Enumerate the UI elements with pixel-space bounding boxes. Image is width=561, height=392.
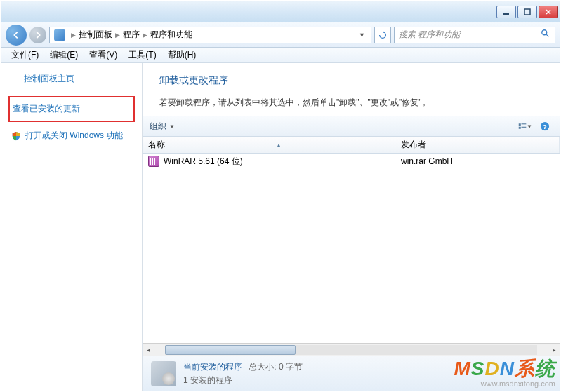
table-body: WinRAR 5.61 (64 位) win.rar GmbH xyxy=(143,154,560,343)
search-icon xyxy=(541,29,550,41)
chevron-right-icon: ▶ xyxy=(143,32,147,39)
page-title: 卸载或更改程序 xyxy=(159,74,543,87)
maximize-button[interactable] xyxy=(517,6,537,18)
horizontal-scrollbar[interactable]: ◂ ▸ xyxy=(143,343,560,356)
svg-point-2 xyxy=(542,30,547,35)
status-count: 1 安装的程序 xyxy=(183,374,303,386)
shield-icon xyxy=(11,131,21,141)
scroll-track[interactable] xyxy=(165,345,537,355)
refresh-button[interactable] xyxy=(374,27,391,43)
navigation-bar: ▶ 控制面板 ▶ 程序 ▶ 程序和功能 ▼ 搜索 程序和功能 xyxy=(1,22,560,48)
table-header: 名称 ▴ 发布者 xyxy=(143,137,560,154)
sort-ascending-icon: ▴ xyxy=(277,142,280,148)
status-bar: 当前安装的程序 总大小: 0 字节 1 安装的程序 xyxy=(143,356,560,391)
window: ▶ 控制面板 ▶ 程序 ▶ 程序和功能 ▼ 搜索 程序和功能 文件(F) 编辑(… xyxy=(1,1,560,391)
svg-rect-1 xyxy=(524,9,530,15)
winrar-icon xyxy=(148,156,159,167)
chevron-down-icon: ▼ xyxy=(527,123,532,130)
table-row[interactable]: WinRAR 5.61 (64 位) win.rar GmbH xyxy=(143,154,560,169)
status-title: 当前安装的程序 xyxy=(183,362,242,372)
status-size-label: 总大小: xyxy=(249,362,276,372)
scroll-thumb[interactable] xyxy=(165,345,296,355)
program-publisher: win.rar GmbH xyxy=(395,156,560,166)
status-size-value: 0 字节 xyxy=(279,362,303,372)
main-area: 控制面板主页 查看已安装的更新 打开或关闭 Windows 功能 卸载或更改程序… xyxy=(1,63,560,391)
chevron-right-icon: ▶ xyxy=(115,32,120,39)
titlebar xyxy=(1,1,560,22)
chevron-right-icon: ▶ xyxy=(71,32,76,39)
svg-rect-5 xyxy=(519,127,521,129)
svg-rect-0 xyxy=(503,13,509,15)
sidebar-windows-features-link[interactable]: 打开或关闭 Windows 功能 xyxy=(8,128,135,144)
breadcrumb-dropdown[interactable]: ▼ xyxy=(355,32,369,39)
chevron-down-icon: ▼ xyxy=(169,123,175,130)
breadcrumb-item[interactable]: 程序 xyxy=(123,29,140,41)
breadcrumb-item[interactable]: 程序和功能 xyxy=(150,29,192,41)
breadcrumb-item[interactable]: 控制面板 xyxy=(79,29,112,41)
menu-file[interactable]: 文件(F) xyxy=(6,49,44,61)
programs-icon xyxy=(151,361,176,386)
back-button[interactable] xyxy=(6,25,27,46)
scroll-right-button[interactable]: ▸ xyxy=(548,344,560,356)
sidebar-installed-updates-link[interactable]: 查看已安装的更新 xyxy=(8,96,135,122)
scroll-left-button[interactable]: ◂ xyxy=(143,344,154,356)
svg-text:?: ? xyxy=(543,123,547,130)
menu-tools[interactable]: 工具(T) xyxy=(123,49,161,61)
menu-bar: 文件(F) 编辑(E) 查看(V) 工具(T) 帮助(H) xyxy=(1,48,560,63)
search-placeholder: 搜索 程序和功能 xyxy=(399,29,460,41)
sidebar: 控制面板主页 查看已安装的更新 打开或关闭 Windows 功能 xyxy=(1,63,142,391)
refresh-icon xyxy=(378,30,388,40)
view-options-button[interactable]: ▼ xyxy=(517,120,533,133)
minimize-button[interactable] xyxy=(496,6,516,18)
control-panel-icon xyxy=(54,29,65,41)
forward-button[interactable] xyxy=(29,27,46,43)
program-name: WinRAR 5.61 (64 位) xyxy=(164,156,243,168)
column-publisher[interactable]: 发布者 xyxy=(395,137,560,153)
menu-help[interactable]: 帮助(H) xyxy=(162,49,202,61)
svg-rect-3 xyxy=(519,123,521,126)
close-button[interactable] xyxy=(539,6,558,18)
content-pane: 卸载或更改程序 若要卸载程序，请从列表中将其选中，然后单击"卸载"、"更改"或"… xyxy=(142,63,560,391)
page-description: 若要卸载程序，请从列表中将其选中，然后单击"卸载"、"更改"或"修复"。 xyxy=(159,97,543,109)
svg-rect-4 xyxy=(522,123,527,124)
sidebar-home-link[interactable]: 控制面板主页 xyxy=(8,73,135,85)
programs-table: 名称 ▴ 发布者 WinRAR 5.61 (64 位) win.rar GmbH xyxy=(143,137,560,356)
search-input[interactable]: 搜索 程序和功能 xyxy=(394,27,555,43)
breadcrumb[interactable]: ▶ 控制面板 ▶ 程序 ▶ 程序和功能 ▼ xyxy=(49,27,371,43)
svg-rect-6 xyxy=(522,127,527,128)
help-button[interactable]: ? xyxy=(537,120,553,133)
content-header: 卸载或更改程序 若要卸载程序，请从列表中将其选中，然后单击"卸载"、"更改"或"… xyxy=(143,63,560,116)
menu-view[interactable]: 查看(V) xyxy=(84,49,123,61)
organize-button[interactable]: 组织 ▼ xyxy=(150,121,175,133)
column-name[interactable]: 名称 ▴ xyxy=(143,137,395,153)
window-controls xyxy=(496,6,558,18)
menu-edit[interactable]: 编辑(E) xyxy=(44,49,84,61)
toolbar: 组织 ▼ ▼ ? xyxy=(143,116,560,137)
